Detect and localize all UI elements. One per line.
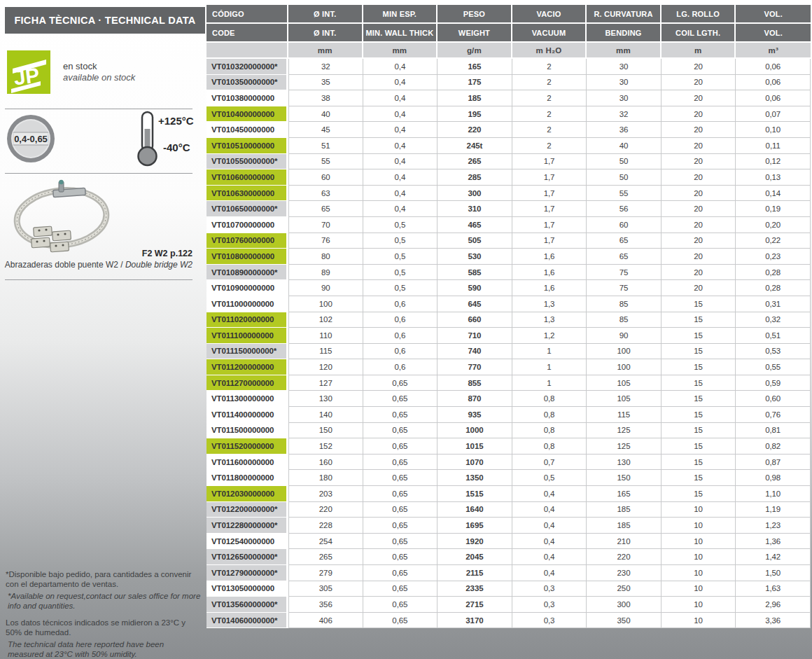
column-header: WEIGHT <box>438 24 512 43</box>
row-value: 0,4 <box>363 122 438 138</box>
row-value: 20 <box>662 280 736 296</box>
column-header: CODE <box>206 24 288 43</box>
table-header: CÓDIGOØ INT.MIN ESP.PESOVACIOR. CURVATUR… <box>206 5 811 59</box>
row-value: 1640 <box>438 502 512 518</box>
row-value: 1,6 <box>512 280 587 296</box>
row-value: 0,06 <box>736 90 811 106</box>
row-value: 305 <box>288 581 363 597</box>
table-row: VT012790000000*2790,6521150,4230101,50 <box>206 565 811 581</box>
row-value: 1,42 <box>736 549 811 565</box>
temp-min-label: -40°C <box>163 141 190 153</box>
row-value: 660 <box>438 312 512 328</box>
row-value: 0,65 <box>363 438 438 455</box>
row-value: 1,23 <box>736 518 811 534</box>
table-row: VT0120300000002030,6515150,4165151,10 <box>206 486 811 502</box>
row-value: 0,4 <box>363 169 438 186</box>
row-value: 710 <box>438 328 512 344</box>
row-code: VT012200000000* <box>206 502 288 518</box>
row-value: 185 <box>438 90 512 106</box>
row-value: 1,19 <box>736 502 811 518</box>
row-value: 125 <box>587 438 662 455</box>
row-code: VT010800000000 <box>206 249 288 265</box>
row-value: 180 <box>288 470 363 486</box>
row-value: 0,65 <box>363 502 438 518</box>
row-code: VT010510000000 <box>206 138 288 154</box>
clamp-product-image <box>13 178 167 254</box>
table-row: VT010380000000380,4185230200,06 <box>206 90 811 106</box>
stock-label-en: available on stock <box>63 72 135 83</box>
row-value: 0,5 <box>363 265 438 281</box>
row-value: 1 <box>512 375 587 391</box>
row-value: 203 <box>288 486 363 502</box>
row-code: VT013560000000* <box>206 597 288 613</box>
row-value: 0,5 <box>363 233 438 249</box>
row-value: 3,36 <box>736 613 811 629</box>
row-value: 30 <box>587 75 662 91</box>
row-value: 2335 <box>438 581 512 597</box>
table-row: VT010900000000900,55901,675200,28 <box>206 280 811 296</box>
row-value: 0,06 <box>736 75 811 91</box>
row-code: VT011020000000 <box>206 312 288 328</box>
row-code: VT010630000000 <box>206 186 288 202</box>
row-value: 85 <box>587 296 662 312</box>
row-value: 1695 <box>438 518 512 534</box>
row-value: 89 <box>288 265 363 281</box>
row-value: 55 <box>587 186 662 202</box>
row-code: VT012540000000 <box>206 534 288 550</box>
row-value: 0,23 <box>736 249 811 265</box>
row-value: 75 <box>587 280 662 296</box>
table-row: VT010760000000760,55051,765200,22 <box>206 233 811 249</box>
row-value: 60 <box>288 169 363 186</box>
row-value: 0,4 <box>363 154 438 170</box>
row-value: 195 <box>438 106 512 123</box>
row-value: 0,65 <box>363 518 438 534</box>
row-value: 0,32 <box>736 312 811 328</box>
row-value: 230 <box>587 565 662 581</box>
row-code: VT011100000000 <box>206 328 288 344</box>
row-value: 20 <box>662 169 736 186</box>
row-code: VT010550000000* <box>206 154 288 170</box>
row-code: VT010900000000 <box>206 280 288 296</box>
row-value: 590 <box>438 280 512 296</box>
row-value: 1,7 <box>512 154 587 170</box>
row-value: 300 <box>587 597 662 613</box>
row-value: 20 <box>662 201 736 217</box>
row-value: 770 <box>438 359 512 375</box>
note: *Available on request,contact our sales … <box>6 591 202 611</box>
table-row: VT010320000000*320,4165230200,06 <box>206 59 811 75</box>
row-value: 140 <box>288 407 363 423</box>
technical-data-table: CÓDIGOØ INT.MIN ESP.PESOVACIOR. CURVATUR… <box>206 5 811 628</box>
table-row: VT0112000000001200,67701100150,55 <box>206 359 811 375</box>
row-value: 20 <box>662 154 736 170</box>
row-value: 279 <box>288 565 363 581</box>
row-value: 30 <box>587 59 662 75</box>
row-value: 100 <box>288 296 363 312</box>
row-value: 0,07 <box>736 106 811 123</box>
row-value: 1,50 <box>736 565 811 581</box>
row-value: 65 <box>288 201 363 217</box>
row-value: 15 <box>662 486 736 502</box>
row-value: 1,7 <box>512 186 587 202</box>
row-value: 356 <box>288 597 363 613</box>
row-value: 10 <box>662 613 736 629</box>
table-body: VT010320000000*320,4165230200,06VT010350… <box>206 59 811 628</box>
table-row: VT0113000000001300,658700,8105150,60 <box>206 391 811 407</box>
row-value: 740 <box>438 344 512 360</box>
table-row: VT012650000000*2650,6520450,4220101,42 <box>206 549 811 565</box>
product-caption-en: Double bridge W2 <box>125 260 192 270</box>
row-value: 165 <box>587 486 662 502</box>
row-value: 0,65 <box>363 486 438 502</box>
row-code: VT011600000000 <box>206 455 288 471</box>
row-value: 1,3 <box>512 312 587 328</box>
row-value: 20 <box>662 90 736 106</box>
row-value: 20 <box>662 106 736 123</box>
column-header: MIN. WALL THICK <box>363 24 438 43</box>
row-value: 76 <box>288 233 363 249</box>
row-value: 1920 <box>438 534 512 550</box>
row-code: VT010650000000* <box>206 201 288 217</box>
column-header <box>206 43 288 59</box>
row-value: 0,5 <box>363 217 438 233</box>
row-value: 1,7 <box>512 201 587 217</box>
row-value: 0,65 <box>363 581 438 597</box>
row-value: 1,63 <box>736 581 811 597</box>
